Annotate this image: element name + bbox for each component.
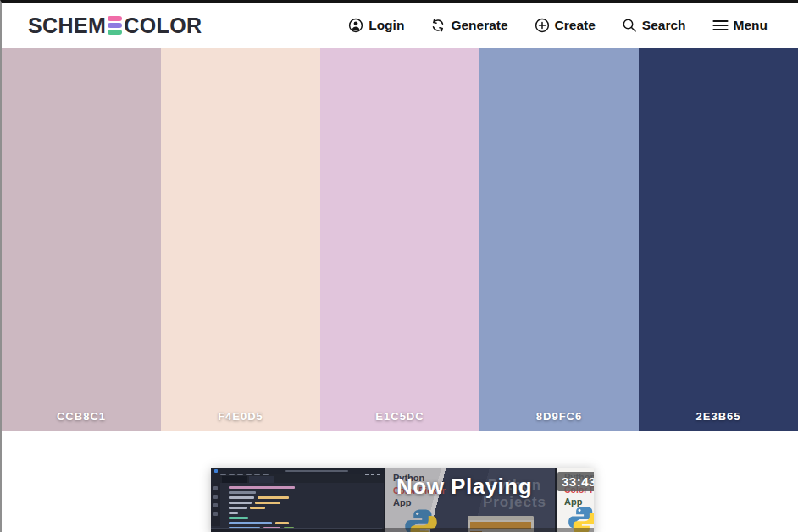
swatch-2[interactable]: F4E0D5 xyxy=(161,48,320,431)
swatch-1-hex-label: CCB8C1 xyxy=(2,410,161,423)
main-nav: Login Generate xyxy=(348,18,768,33)
video-bottom-bar xyxy=(382,528,594,532)
nav-generate-label: Generate xyxy=(451,18,507,33)
header: SCHEM COLOR Login xyxy=(2,3,798,48)
now-playing-label: Now Playing xyxy=(396,474,532,500)
vscode-code-area xyxy=(220,483,384,526)
nav-create-label: Create xyxy=(555,18,596,33)
nav-search-label: Search xyxy=(642,18,686,33)
swatch-1[interactable]: CCB8C1 xyxy=(2,48,161,431)
video-duration-badge: 33:43 xyxy=(557,472,594,491)
search-icon xyxy=(622,18,637,33)
nav-create[interactable]: Create xyxy=(535,18,596,33)
vscode-activity-bar xyxy=(211,483,220,526)
logo-text-prefix: SCHEM xyxy=(28,14,106,38)
vscode-tabs xyxy=(211,474,384,483)
refresh-icon xyxy=(430,18,446,33)
swatch-3[interactable]: E1C5DC xyxy=(320,48,479,431)
swatch-5-hex-label: 2E3B65 xyxy=(639,410,798,423)
page: SCHEM COLOR Login xyxy=(0,0,798,532)
color-palette: CCB8C1 F4E0D5 E1C5DC 8D9FC6 2E3B65 xyxy=(2,48,798,431)
swatch-4[interactable]: 8D9FC6 xyxy=(479,48,639,431)
video-player[interactable]: Python Color Picker App Python Projects xyxy=(211,468,594,532)
swatch-4-hex-label: 8D9FC6 xyxy=(479,410,639,423)
swatch-3-hex-label: E1C5DC xyxy=(320,410,479,423)
swatch-2-hex-label: F4E0D5 xyxy=(161,410,320,423)
logo-text-suffix: COLOR xyxy=(124,14,202,38)
vscode-titlebar xyxy=(211,468,384,474)
swatch-5[interactable]: 2E3B65 xyxy=(639,48,798,431)
user-icon xyxy=(348,18,363,33)
hamburger-icon xyxy=(712,19,729,32)
nav-menu-label: Menu xyxy=(734,18,768,33)
video-frame-vscode xyxy=(211,468,384,532)
site-logo[interactable]: SCHEM COLOR xyxy=(28,14,202,38)
nav-login-label: Login xyxy=(369,18,404,33)
nav-generate[interactable]: Generate xyxy=(430,18,507,33)
nav-menu[interactable]: Menu xyxy=(712,18,768,33)
logo-e-bars-icon xyxy=(108,16,122,35)
plus-circle-icon xyxy=(535,18,550,33)
nav-search[interactable]: Search xyxy=(622,18,686,33)
nav-login[interactable]: Login xyxy=(348,18,404,33)
